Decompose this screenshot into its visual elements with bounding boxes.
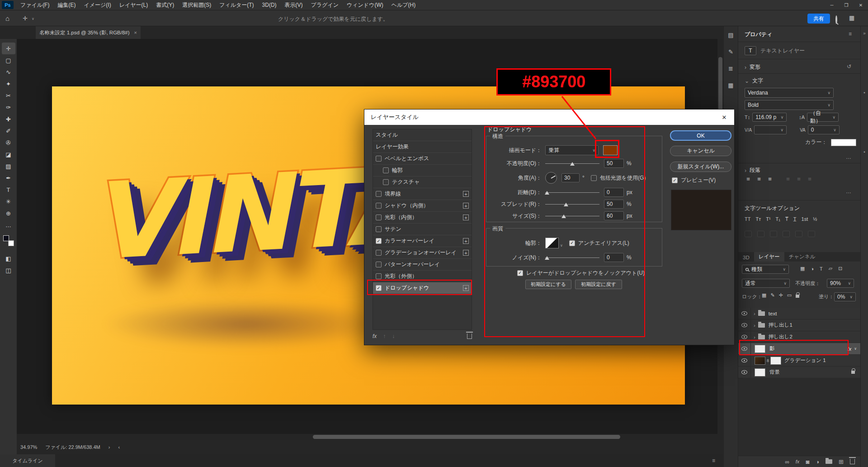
layer-opacity-value[interactable]: 90% xyxy=(827,279,854,288)
menu-filter[interactable]: フィルター(T) xyxy=(215,0,258,10)
layer-row-background[interactable]: 背景 xyxy=(738,367,860,378)
character-section-header[interactable]: 文字 xyxy=(745,77,763,85)
clone-stamp-tool[interactable]: ✇ xyxy=(2,137,15,148)
kerning-select[interactable] xyxy=(754,125,787,134)
tab-layers[interactable]: レイヤー xyxy=(754,252,784,262)
move-style-up-icon[interactable]: ↑ xyxy=(383,333,386,339)
screen-mode-icon[interactable]: ◫ xyxy=(2,264,15,276)
style-item-inner-glow[interactable]: 光彩（内側） xyxy=(373,212,472,224)
layer-row-extrude2[interactable]: › 押し出し2 xyxy=(738,331,860,343)
type-opt-ordinal-icon[interactable]: 1st xyxy=(802,216,808,222)
menu-3d[interactable]: 3D(D) xyxy=(258,0,281,10)
style-checkbox[interactable] xyxy=(376,273,382,279)
menu-plugins[interactable]: プラグイン xyxy=(307,0,343,10)
global-light-checkbox[interactable] xyxy=(591,175,597,181)
style-checkbox[interactable] xyxy=(376,250,382,256)
brush-tool[interactable]: ✐ xyxy=(2,125,15,137)
angle-value[interactable]: 30 xyxy=(561,173,580,182)
angle-dial[interactable] xyxy=(545,172,557,184)
add-instance-icon[interactable] xyxy=(463,203,469,209)
move-tool[interactable]: ✛ xyxy=(2,43,15,54)
fx-collapse-caret[interactable]: ∨ xyxy=(854,347,857,351)
menu-edit[interactable]: 編集(E) xyxy=(53,0,80,10)
text-color-swatch[interactable] xyxy=(831,139,856,146)
new-group-icon[interactable] xyxy=(826,459,832,464)
spot-healing-tool[interactable]: ✚ xyxy=(2,113,15,125)
knockout-checkbox[interactable] xyxy=(517,270,523,276)
properties-menu-icon[interactable] xyxy=(849,31,852,37)
object-selection-tool[interactable]: ✦ xyxy=(2,78,15,90)
style-checkbox[interactable] xyxy=(376,203,382,209)
lock-artboard-icon[interactable]: ▭ xyxy=(787,292,792,298)
lock-all-icon[interactable] xyxy=(796,295,799,298)
timeline-menu-icon[interactable] xyxy=(712,457,715,464)
make-default-button[interactable]: 初期設定にする xyxy=(525,280,571,289)
type-opt-extra-icon[interactable] xyxy=(795,231,802,237)
lasso-tool[interactable]: ∿ xyxy=(2,66,15,78)
reset-default-button[interactable]: 初期設定に戻す xyxy=(575,280,622,289)
visibility-toggle[interactable] xyxy=(738,355,751,367)
style-item-bevel-emboss[interactable]: ベベルとエンボス xyxy=(373,153,472,165)
align-left-icon[interactable]: ≡ xyxy=(745,176,752,182)
current-tool-icon[interactable]: ✛ xyxy=(23,15,28,22)
collapsed-panel-icon-3[interactable]: ≣ xyxy=(728,65,733,72)
type-options-header[interactable]: 文字ツールオプション xyxy=(745,205,800,212)
distance-slider[interactable] xyxy=(545,189,599,195)
style-item-pattern-overlay[interactable]: パターンオーバーレイ xyxy=(373,259,472,271)
visibility-toggle[interactable] xyxy=(738,319,751,331)
style-item-color-overlay[interactable]: カラーオーバーレイ xyxy=(373,235,472,247)
layer-thumbnail[interactable] xyxy=(755,368,765,376)
cancel-button[interactable]: キャンセル xyxy=(670,146,731,156)
filter-smart-objects-icon[interactable]: ⊡ xyxy=(838,266,842,272)
preview-checkbox[interactable] xyxy=(672,177,678,183)
menu-image[interactable]: イメージ(I) xyxy=(80,0,115,10)
tracking-select[interactable]: 0 xyxy=(808,125,840,134)
lock-pixels-icon[interactable]: ✎ xyxy=(770,292,774,298)
menu-select[interactable]: 選択範囲(S) xyxy=(178,0,215,10)
add-instance-icon[interactable] xyxy=(463,285,469,291)
type-opt-extra-icon[interactable] xyxy=(808,231,815,237)
collapse-dock-icon[interactable]: » xyxy=(863,31,866,36)
expand-group-icon[interactable]: › xyxy=(754,334,755,340)
filter-adjustment-layers-icon[interactable]: ◑ xyxy=(811,266,814,272)
filter-shape-layers-icon[interactable]: ▱ xyxy=(829,266,832,272)
font-size-select[interactable]: 116.09 p xyxy=(752,113,787,122)
menu-help[interactable]: ヘルプ(H) xyxy=(387,0,420,10)
collapsed-panel-icon-4[interactable]: ▦ xyxy=(728,82,733,89)
justify-center-icon[interactable]: ≡ xyxy=(795,176,802,182)
restore-button[interactable]: ❐ xyxy=(839,0,854,10)
filter-type-layers-icon[interactable]: T xyxy=(820,266,823,272)
gradient-tool[interactable]: ▨ xyxy=(2,160,15,172)
style-item-drop-shadow[interactable]: ドロップシャドウ xyxy=(373,282,472,294)
style-checkbox[interactable] xyxy=(376,262,382,267)
character-more-icon[interactable]: … xyxy=(846,154,851,160)
type-tool[interactable]: T xyxy=(2,184,15,195)
eraser-tool[interactable]: ◪ xyxy=(2,148,15,160)
justify-right-icon[interactable]: ≡ xyxy=(806,176,813,182)
contour-caret[interactable]: ∨ xyxy=(560,243,563,248)
spread-slider[interactable] xyxy=(545,201,599,207)
menu-layer[interactable]: レイヤー(L) xyxy=(115,0,152,10)
style-item-texture[interactable]: テクスチャ xyxy=(373,176,472,188)
layer-row-extrude1[interactable]: › 押し出し1 xyxy=(738,319,860,331)
edit-toolbar-icon[interactable]: … xyxy=(2,219,15,231)
opacity-slider[interactable] xyxy=(545,160,599,167)
type-opt-extra-icon[interactable] xyxy=(757,231,764,237)
hand-tool[interactable]: ✳ xyxy=(2,195,15,207)
fx-badge[interactable]: fx xyxy=(847,346,851,352)
type-opt-caps-icon[interactable]: TT xyxy=(745,216,750,222)
link-layers-icon[interactable]: ∞ xyxy=(785,458,789,465)
visibility-toggle[interactable] xyxy=(738,331,751,343)
lock-position-icon[interactable]: ✛ xyxy=(779,292,783,298)
layer-row-text[interactable]: › text xyxy=(738,308,860,319)
type-opt-extra-icon[interactable] xyxy=(770,231,777,237)
close-button[interactable]: ✕ xyxy=(854,0,868,10)
lock-transparent-icon[interactable]: ▦ xyxy=(762,292,766,298)
layer-row-shadow[interactable]: 影 fx ∨ xyxy=(738,343,860,355)
align-right-icon[interactable]: ≡ xyxy=(766,176,774,182)
visibility-toggle[interactable] xyxy=(738,308,751,319)
workspace-icon[interactable]: ▦ xyxy=(849,14,854,21)
type-opt-smallcaps-icon[interactable]: Tᴛ xyxy=(755,216,761,222)
type-opt-superscript-icon[interactable]: T¹ xyxy=(766,216,770,222)
collapsed-panel-icon-2[interactable]: ✎ xyxy=(728,48,733,55)
